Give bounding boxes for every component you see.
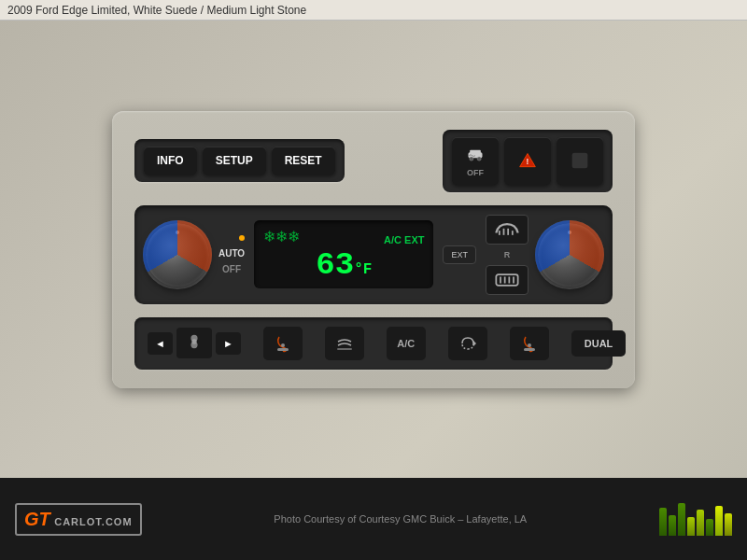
recirculate-button[interactable] <box>448 327 487 360</box>
bottom-controls-row: ◄ ► <box>134 317 613 370</box>
svg-point-22 <box>528 343 531 347</box>
fan-speed-control: ◄ ► <box>148 328 241 358</box>
ext-button-group: EXT <box>443 245 476 264</box>
ac-ext-label: A/C EXT <box>384 234 424 245</box>
left-temp-dial[interactable] <box>146 223 209 287</box>
seat-heat-right-icon <box>520 334 539 353</box>
svg-rect-6 <box>572 153 588 169</box>
grass-blade-5 <box>697 510 704 536</box>
traction-hazard-group: OFF ! <box>443 130 613 192</box>
fan-speed-icons: ❄❄❄ <box>263 228 300 245</box>
svg-rect-19 <box>337 348 352 350</box>
blue-arc <box>143 220 212 289</box>
front-defroster-button[interactable] <box>486 215 529 245</box>
fan-icon <box>186 333 203 350</box>
rear-defroster-button[interactable] <box>486 265 529 295</box>
temp-unit: °F <box>354 261 372 278</box>
front-defroster-icon <box>494 221 520 238</box>
blank-icon <box>571 151 589 170</box>
climate-display: ❄❄❄ A/C EXT 63°F <box>254 220 433 288</box>
svg-rect-11 <box>496 274 517 286</box>
traction-icon <box>466 145 485 166</box>
fan-increase-button[interactable]: ► <box>216 332 241 355</box>
temp-value: 63 <box>316 247 354 283</box>
svg-rect-1 <box>470 149 481 153</box>
grass-blade-3 <box>678 503 685 536</box>
r-label: R <box>504 250 511 259</box>
grass-blade-1 <box>659 508 667 536</box>
defroster-group: R <box>486 215 529 295</box>
svg-point-2 <box>470 156 473 160</box>
grass-blade-4 <box>687 517 695 536</box>
rear-defroster-icon <box>494 272 520 288</box>
grass-blade-8 <box>725 513 732 536</box>
auto-label: AUTO <box>218 248 245 259</box>
svg-text:!: ! <box>527 157 529 166</box>
grass-decoration <box>659 503 732 536</box>
seat-heat-right-button[interactable] <box>510 327 549 360</box>
svg-marker-20 <box>473 341 476 346</box>
carlot-text: CARLOT.COM <box>54 516 132 527</box>
ext-button[interactable]: EXT <box>443 245 476 264</box>
hazard-button[interactable]: ! <box>504 137 551 185</box>
svg-point-18 <box>281 343 285 347</box>
seat-heat-left-icon <box>274 334 292 353</box>
climate-row: AUTO OFF ❄❄❄ A/C EXT 63°F EXT <box>134 205 613 304</box>
off-label: OFF <box>222 264 241 274</box>
gt-logo-box: GT CARLOT.COM <box>15 503 142 536</box>
ac-label: A/C <box>397 338 415 349</box>
svg-point-3 <box>477 156 481 160</box>
title-bar: 2009 Ford Edge Limited, White Suede / Me… <box>0 0 747 21</box>
air-direction-icon <box>335 334 354 353</box>
traction-control-button[interactable]: OFF <box>452 137 499 185</box>
dual-button[interactable]: DUAL <box>571 330 627 357</box>
reset-button[interactable]: RESET <box>272 147 335 175</box>
right-temp-dial[interactable] <box>538 223 601 287</box>
main-content: INFO SETUP RESET <box>0 21 747 478</box>
ac-button[interactable]: A/C <box>387 327 426 360</box>
row1: INFO SETUP RESET <box>134 130 613 192</box>
traction-off-label: OFF <box>467 168 484 177</box>
seat-heat-left-button[interactable] <box>263 327 303 360</box>
left-dial-container <box>146 223 209 287</box>
grass-blade-6 <box>706 519 713 536</box>
blank-button[interactable] <box>557 137 603 185</box>
fan-icon-button[interactable] <box>176 328 212 358</box>
page-title: 2009 Ford Edge Limited, White Suede / Me… <box>7 4 306 17</box>
grass-blade-7 <box>715 506 723 536</box>
temperature-display: 63°F <box>316 249 372 281</box>
left-climate-labels: AUTO OFF <box>218 235 245 274</box>
display-top-row: ❄❄❄ A/C EXT <box>263 228 424 245</box>
svg-rect-17 <box>277 348 289 351</box>
fan-decrease-button[interactable]: ◄ <box>148 332 173 355</box>
gtcarlot-logo: GT CARLOT.COM <box>15 503 142 536</box>
grass-blade-2 <box>669 515 676 536</box>
bottom-caption: Photo Courtesy of Courtesy GMC Buick – L… <box>274 513 527 525</box>
recirculate-icon <box>458 334 477 353</box>
bottom-bar: GT CARLOT.COM Photo Courtesy of Courtesy… <box>0 478 747 560</box>
svg-rect-21 <box>524 348 535 351</box>
setup-button[interactable]: SETUP <box>203 147 266 175</box>
hazard-icon: ! <box>518 151 537 170</box>
top-button-group: INFO SETUP RESET <box>134 139 345 182</box>
right-dial-container <box>538 223 601 287</box>
controls-panel: INFO SETUP RESET <box>112 111 635 388</box>
amber-indicator <box>239 235 245 241</box>
info-button[interactable]: INFO <box>144 147 197 175</box>
right-blue-arc <box>535 220 604 289</box>
gt-text: GT <box>24 509 50 529</box>
air-direction-button[interactable] <box>325 327 364 360</box>
